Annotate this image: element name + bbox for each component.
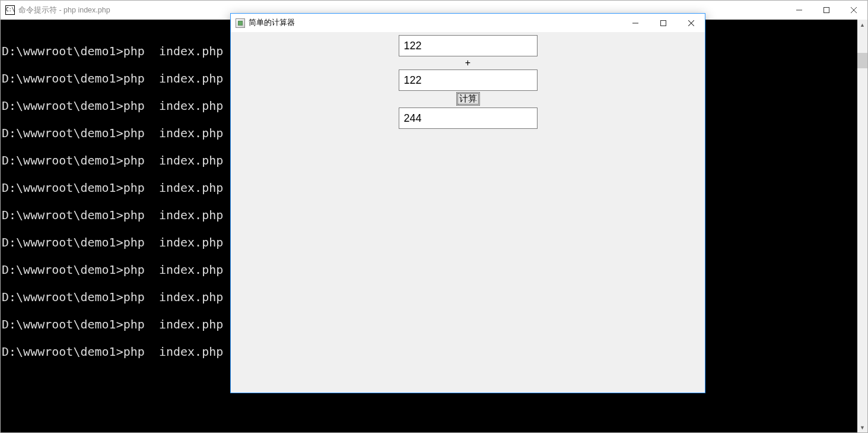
close-button[interactable]: [840, 1, 867, 20]
result-output[interactable]: [399, 108, 538, 129]
cmd-scrollbar[interactable]: ▲ ▼: [857, 20, 867, 432]
close-icon: [851, 7, 857, 13]
minimize-icon: [632, 20, 638, 26]
operand1-input[interactable]: [399, 35, 538, 56]
calc-maximize-button[interactable]: [649, 14, 677, 32]
operand2-input[interactable]: [399, 69, 538, 91]
cmd-title: 命令提示符 - php index.php: [18, 5, 110, 15]
minimize-button[interactable]: [786, 1, 813, 20]
maximize-button[interactable]: [813, 1, 840, 20]
scroll-up-icon[interactable]: ▲: [857, 20, 867, 30]
calc-title: 简单的计算器: [249, 18, 295, 28]
minimize-icon: [796, 7, 802, 13]
cmd-window-controls: [786, 1, 867, 20]
calculate-button[interactable]: 计算: [456, 92, 480, 106]
maximize-icon: [660, 20, 666, 26]
scroll-down-icon[interactable]: ▼: [857, 422, 867, 432]
calc-body: + 计算: [231, 32, 705, 393]
calc-titlebar[interactable]: 简单的计算器: [231, 14, 705, 32]
svg-rect-1: [824, 8, 829, 13]
svg-rect-5: [660, 20, 666, 26]
calc-window-controls: [621, 14, 705, 32]
cmd-icon: C:\: [5, 5, 15, 15]
calc-close-button[interactable]: [677, 14, 705, 32]
scroll-thumb[interactable]: [857, 53, 867, 68]
maximize-icon: [824, 7, 829, 13]
calculator-window: 简单的计算器 + 计算: [230, 13, 705, 393]
calc-minimize-button[interactable]: [621, 14, 649, 32]
operator-label: +: [465, 56, 470, 69]
close-icon: [688, 20, 694, 26]
calc-app-icon: [236, 18, 245, 28]
